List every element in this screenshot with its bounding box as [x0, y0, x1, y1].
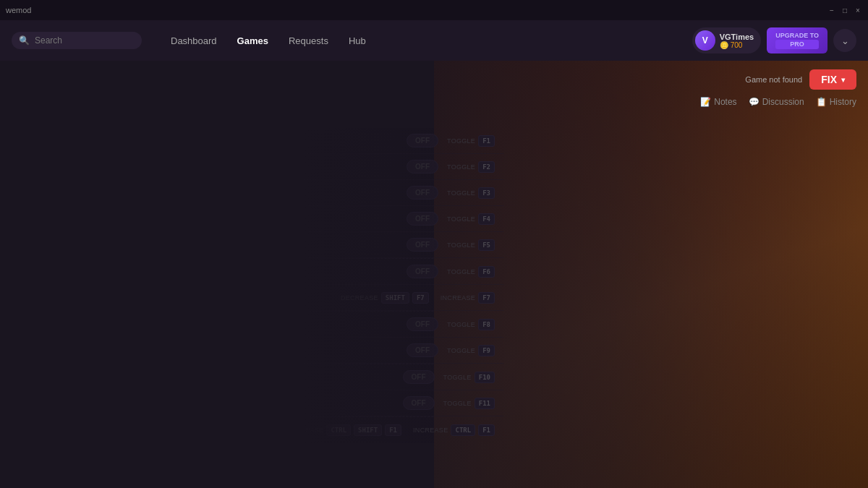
- tab-history[interactable]: 📋 History: [816, 97, 856, 107]
- avatar: V: [695, 30, 715, 51]
- tab-notes[interactable]: 📝 Notes: [700, 97, 736, 107]
- discussion-icon: 💬: [749, 97, 760, 107]
- chevron-down-icon: ⌄: [841, 35, 849, 46]
- top-right-controls: Game not found FIX ▾: [745, 69, 856, 90]
- upgrade-line1: UPGRADE TO: [775, 32, 819, 40]
- background-overlay: [0, 61, 868, 488]
- search-wrap: 🔍: [12, 32, 142, 49]
- app-title: wemod: [6, 6, 31, 14]
- username: VGTimes: [720, 33, 754, 41]
- navbar: 🔍 Dashboard Games Requests Hub V VGTimes…: [0, 20, 868, 61]
- chevron-down-icon: ▾: [841, 76, 845, 84]
- main-content: GAMES › RED DEAD REDEMPTION 2 › RED DEAD…: [0, 61, 868, 488]
- fix-button[interactable]: FIX ▾: [809, 69, 856, 90]
- nav-links: Dashboard Games Requests Hub: [171, 35, 692, 46]
- search-input[interactable]: [12, 32, 142, 49]
- coins-value: 700: [731, 41, 743, 49]
- coin-icon: 🪙: [720, 41, 728, 49]
- history-icon: 📋: [816, 97, 827, 107]
- tabs-row: 📝 Notes 💬 Discussion 📋 History: [700, 97, 856, 107]
- game-not-found-text: Game not found: [745, 75, 802, 84]
- maximize-button[interactable]: □: [841, 6, 849, 14]
- notes-icon: 📝: [700, 97, 711, 107]
- nav-hub[interactable]: Hub: [349, 35, 366, 46]
- search-icon: 🔍: [19, 35, 30, 46]
- user-info: VGTimes 🪙 700: [720, 33, 754, 49]
- user-coins: 🪙 700: [720, 41, 754, 49]
- tab-discussion[interactable]: 💬 Discussion: [749, 97, 804, 107]
- close-button[interactable]: ×: [854, 6, 862, 14]
- pro-badge: PRO: [775, 40, 819, 49]
- user-menu-button[interactable]: ⌄: [833, 29, 856, 52]
- window-controls: − □ ×: [827, 6, 862, 14]
- nav-dashboard[interactable]: Dashboard: [171, 35, 217, 46]
- fix-label: FIX: [821, 74, 837, 85]
- nav-right: V VGTimes 🪙 700 UPGRADE TO PRO ⌄: [692, 27, 856, 53]
- titlebar: wemod − □ ×: [0, 0, 868, 20]
- user-chip[interactable]: V VGTimes 🪙 700: [692, 27, 762, 53]
- nav-requests[interactable]: Requests: [289, 35, 328, 46]
- nav-games[interactable]: Games: [237, 35, 268, 46]
- minimize-button[interactable]: −: [827, 6, 836, 14]
- upgrade-button[interactable]: UPGRADE TO PRO: [767, 27, 827, 53]
